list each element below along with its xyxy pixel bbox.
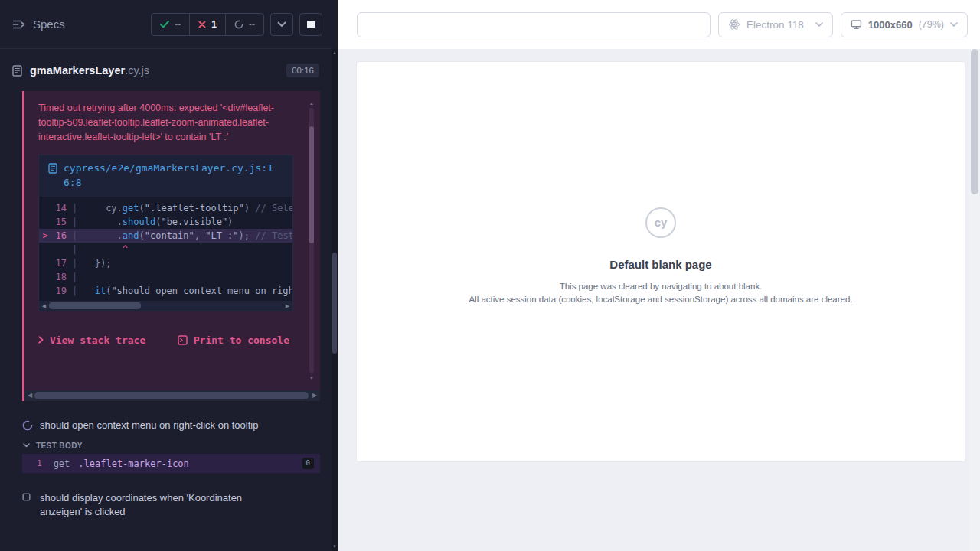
chevron-down-icon [950, 22, 958, 27]
specs-menu-icon [12, 19, 25, 30]
command-target: .leaflet-marker-icon [78, 458, 189, 469]
blank-page-line2: All active session data (cookies, localS… [469, 293, 852, 306]
scroll-down-icon[interactable]: ▼ [332, 544, 338, 549]
blank-page-title: Default blank page [469, 258, 852, 271]
file-icon [48, 163, 57, 191]
reporter-hscrollbar[interactable]: ◀ ▶ [24, 390, 320, 401]
vscrollbar-thumb[interactable] [309, 126, 314, 243]
test-stats: -- 1 -- [151, 13, 264, 36]
spec-header[interactable]: gmaMarkersLayer.cy.js 00:16 [0, 50, 332, 91]
browser-label: Electron 118 [746, 19, 804, 31]
code-line: | ^ [39, 243, 292, 256]
preferences-chevron-button[interactable] [270, 13, 293, 36]
spec-timer: 00:16 [286, 64, 319, 77]
scroll-up-icon[interactable]: ▲ [309, 100, 314, 106]
test-body-label: TEST BODY [36, 442, 83, 450]
chevron-down-icon [815, 22, 823, 27]
test-item-running[interactable]: should open context menu on right-click … [0, 414, 325, 437]
scroll-left-icon[interactable]: ◀ [24, 390, 35, 401]
reporter-sidebar: Specs -- 1 [0, 0, 338, 551]
window-scrollbar-thumb[interactable] [971, 49, 978, 194]
error-vscrollbar[interactable]: ▲ ▼ [309, 100, 315, 381]
chevron-right-icon [38, 336, 44, 344]
error-message: Timed out retrying after 4000ms: expecte… [24, 91, 320, 152]
spec-extension: .cy.js [125, 64, 149, 77]
viewport-selector[interactable]: 1000x660 (79%) [841, 12, 968, 37]
cypress-logo-text: cy [655, 216, 668, 229]
url-toolbar: Electron 118 1000x660 (79%) [338, 0, 980, 49]
code-frame-file-path: cypress/e2e/gmaMarkersLayer.cy.js:16:8 [64, 161, 283, 191]
code-line: 17| }); [39, 256, 292, 270]
view-stack-trace-link[interactable]: View stack trace [38, 334, 145, 346]
blank-page-line1: This page was cleared by navigating to a… [469, 280, 852, 293]
electron-icon [728, 18, 740, 31]
command-badge: 0 [302, 458, 314, 469]
pending-test-icon [22, 493, 33, 519]
code-line: 14| cy.get(".leaflet-tooltip") // Sele [39, 201, 292, 215]
scroll-up-icon[interactable]: ▲ [332, 51, 338, 55]
code-frame-file-link[interactable]: cypress/e2e/gmaMarkersLayer.cy.js:16:8 [39, 155, 292, 197]
code-line: 15| .should("be.visible") [39, 215, 292, 229]
code-frame-hscrollbar[interactable]: ◀ ▶ [39, 301, 292, 311]
stat-failed: 1 [189, 14, 225, 35]
stat-passed: -- [152, 14, 189, 35]
scroll-down-icon[interactable]: ▼ [309, 375, 314, 381]
error-actions: View stack trace Print to console [24, 311, 320, 346]
hscrollbar-thumb[interactable] [49, 302, 141, 309]
scroll-left-icon[interactable]: ◀ [39, 301, 49, 311]
test-title: should open context menu on right-click … [40, 419, 258, 432]
test-body-toggle[interactable]: TEST BODY [23, 438, 83, 453]
pending-count: -- [249, 19, 255, 30]
check-icon [160, 21, 169, 28]
code-line: 19| it("should open context menu on righ [39, 284, 292, 298]
code-lines: 14| cy.get(".leaflet-tooltip") // Sele15… [39, 197, 292, 299]
viewport-scale: (79%) [919, 19, 944, 30]
viewport-icon [851, 19, 862, 30]
address-bar[interactable] [357, 12, 710, 37]
reporter-header: Specs -- 1 [0, 0, 332, 49]
failed-count: 1 [211, 19, 217, 30]
aut-iframe: cy Default blank page This page was clea… [357, 62, 965, 461]
window-scrollbar[interactable] [969, 49, 980, 551]
stat-pending: -- [225, 14, 263, 35]
test-title: should display coordinates when 'Koordin… [40, 491, 279, 519]
print-console-label: Print to console [194, 334, 289, 346]
vscrollbar-track[interactable] [309, 108, 314, 373]
code-line: >16| .and("contain", "LT :"); // Test [39, 229, 292, 243]
code-line: 18| [39, 270, 292, 284]
print-to-console-button[interactable]: Print to console [178, 334, 289, 346]
command-method: get [54, 458, 70, 469]
command-number: 1 [37, 458, 42, 468]
error-panel: Timed out retrying after 4000ms: expecte… [24, 91, 320, 390]
stop-icon [307, 21, 315, 28]
running-spinner-icon [22, 420, 33, 432]
x-icon [198, 21, 206, 28]
command-log-entry[interactable]: 1 get .leaflet-marker-icon 0 [22, 454, 320, 474]
viewport-size: 1000x660 [868, 19, 913, 31]
specs-label: Specs [33, 18, 65, 31]
browser-selector[interactable]: Electron 118 [718, 12, 833, 37]
cypress-runner-window: Specs -- 1 [0, 0, 980, 551]
spec-file-icon [12, 65, 22, 77]
chevron-down-icon [23, 443, 30, 448]
code-frame: cypress/e2e/gmaMarkersLayer.cy.js:16:8 1… [38, 155, 293, 311]
cypress-logo: cy [645, 207, 676, 238]
stack-trace-label: View stack trace [50, 334, 145, 346]
test-item-pending[interactable]: should display coordinates when 'Koordin… [0, 487, 325, 523]
failed-test-attempt: Timed out retrying after 4000ms: expecte… [22, 91, 320, 401]
reporter-vscrollbar-thumb[interactable] [332, 253, 337, 354]
chevron-down-icon [277, 21, 286, 28]
console-icon [178, 335, 188, 345]
stop-button[interactable] [299, 13, 322, 36]
pending-circle-icon [234, 20, 243, 29]
spec-basename: gmaMarkersLayer [30, 64, 125, 77]
reporter-hscrollbar-thumb[interactable] [34, 392, 309, 399]
reporter-vscrollbar[interactable]: ▲ ▼ [332, 49, 338, 551]
specs-list-toggle[interactable]: Specs [12, 18, 65, 31]
spec-name: gmaMarkersLayer.cy.js [30, 64, 149, 77]
passed-count: -- [175, 19, 181, 30]
blank-page-message: cy Default blank page This page was clea… [469, 207, 852, 305]
scroll-right-icon[interactable]: ▶ [283, 301, 292, 311]
scroll-right-icon[interactable]: ▶ [309, 390, 320, 401]
app-stage: Electron 118 1000x660 (79%) [338, 0, 980, 551]
